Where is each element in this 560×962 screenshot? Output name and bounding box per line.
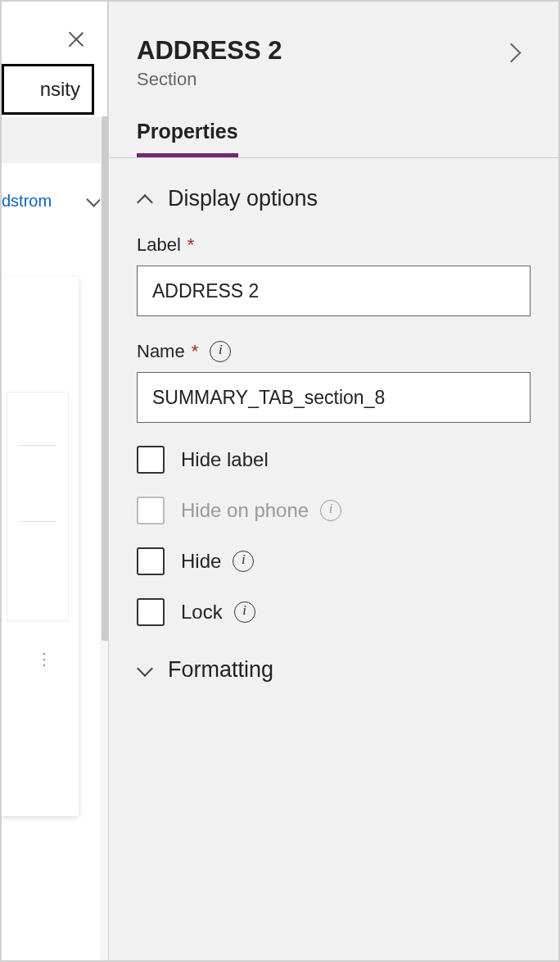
lock-checkbox[interactable] bbox=[137, 598, 165, 626]
preview-card bbox=[7, 392, 69, 621]
canvas-preview: ⋮ bbox=[2, 277, 79, 816]
info-icon[interactable] bbox=[320, 500, 341, 521]
hide-label-row[interactable]: Hide label bbox=[137, 446, 531, 474]
hide-checkbox[interactable] bbox=[137, 547, 165, 575]
panel-subtitle: Section bbox=[109, 66, 558, 90]
hide-label-text: Hide label bbox=[181, 448, 269, 471]
section-title: Display options bbox=[168, 186, 318, 211]
info-icon[interactable] bbox=[210, 341, 231, 362]
label-field-label: Label * bbox=[137, 234, 531, 256]
toolbar-strip bbox=[2, 117, 108, 163]
chevron-right-icon[interactable] bbox=[504, 43, 524, 62]
label-field-block: Label * bbox=[109, 220, 558, 316]
hide-on-phone-checkbox bbox=[137, 497, 165, 524]
tab-properties[interactable]: Properties bbox=[137, 120, 238, 157]
density-button[interactable]: nsity bbox=[2, 64, 94, 115]
hide-text: Hide bbox=[181, 550, 254, 573]
required-asterisk: * bbox=[187, 234, 195, 256]
info-icon[interactable] bbox=[233, 551, 254, 572]
tabs: Properties bbox=[109, 120, 558, 158]
label-input[interactable] bbox=[137, 265, 531, 316]
name-field-block: Name * bbox=[109, 316, 558, 423]
name-input[interactable] bbox=[137, 372, 531, 423]
checkbox-group: Hide label Hide on phone Hide Lock bbox=[109, 423, 558, 626]
link-text: dstrom bbox=[2, 192, 52, 211]
lock-row[interactable]: Lock bbox=[137, 598, 531, 626]
info-icon[interactable] bbox=[234, 601, 255, 623]
section-title: Formatting bbox=[168, 657, 273, 683]
panel-header: ADDRESS 2 bbox=[109, 2, 558, 66]
properties-panel: ADDRESS 2 Section Properties Display opt… bbox=[108, 2, 558, 960]
left-panel: nsity dstrom ⋮ bbox=[2, 2, 108, 960]
hide-on-phone-row: Hide on phone bbox=[137, 497, 531, 524]
chevron-up-icon bbox=[137, 191, 153, 207]
close-icon[interactable] bbox=[65, 28, 88, 51]
name-field-label: Name * bbox=[137, 341, 531, 362]
section-formatting-header[interactable]: Formatting bbox=[109, 649, 558, 691]
hide-label-checkbox[interactable] bbox=[137, 446, 165, 474]
hide-on-phone-text: Hide on phone bbox=[181, 499, 341, 522]
panel-title: ADDRESS 2 bbox=[137, 36, 282, 66]
more-vertical-icon[interactable]: ⋮ bbox=[36, 649, 51, 669]
required-asterisk: * bbox=[192, 341, 199, 362]
section-display-options-header[interactable]: Display options bbox=[109, 158, 558, 220]
hide-row[interactable]: Hide bbox=[137, 547, 531, 575]
breadcrumb-link[interactable]: dstrom bbox=[2, 187, 108, 216]
chevron-down-icon bbox=[137, 662, 153, 678]
lock-text: Lock bbox=[181, 601, 255, 624]
